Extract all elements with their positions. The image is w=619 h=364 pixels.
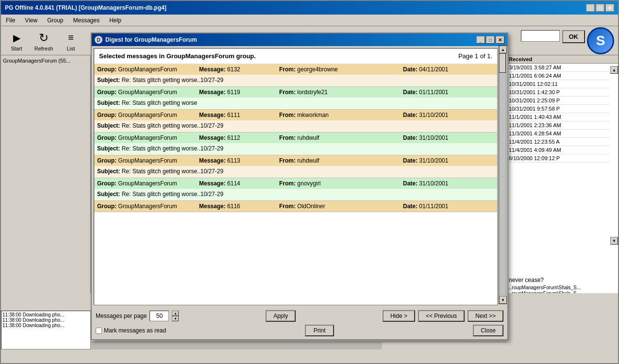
received-item-11[interactable]: 8/10/2000 12:09:12 P xyxy=(507,154,609,163)
message-entry-1: Group: GroupManagersForumMessage: 6119Fr… xyxy=(94,87,497,110)
message-group-5: Group: GroupManagersForum xyxy=(97,180,199,187)
message-header-6[interactable]: Group: GroupManagersForumMessage: 6116Fr… xyxy=(94,201,497,212)
spinner-down[interactable]: ▼ xyxy=(172,316,179,321)
mark-read-checkbox[interactable] xyxy=(96,328,102,334)
message-group-2: Group: GroupManagersForum xyxy=(97,112,199,118)
message-subject-4[interactable]: Subject: Re: Stats glitch getting worse.… xyxy=(94,166,497,178)
close-button[interactable]: ✕ xyxy=(605,4,614,12)
menu-file[interactable]: File xyxy=(3,16,18,25)
scroll-up-arrow[interactable]: ▲ xyxy=(610,66,618,74)
log-line-1: 11:38:00 Downloading pho... xyxy=(2,317,89,323)
message-subject-5[interactable]: Subject: Re: Stats glitch getting worse.… xyxy=(94,189,497,200)
dialog-scrollbar[interactable]: ▲ ▼ xyxy=(499,45,506,304)
dialog-close-button[interactable]: ✕ xyxy=(496,36,504,44)
menu-bar: File View Group Messages Help xyxy=(1,15,618,26)
close-button[interactable]: Close xyxy=(473,325,503,336)
dialog-header-title: Selected messages in GroupManagersForum … xyxy=(99,52,256,60)
search-input[interactable] xyxy=(521,30,560,42)
message-entry-4: Group: GroupManagersForumMessage: 6113Fr… xyxy=(94,155,497,178)
message-header-5[interactable]: Group: GroupManagersForumMessage: 6114Fr… xyxy=(94,178,497,189)
message-num-1: Message: 6119 xyxy=(199,89,279,96)
scroll-down-arrow[interactable]: ▼ xyxy=(610,237,618,245)
logo-circle: S xyxy=(587,27,614,54)
received-item-3[interactable]: 10/31/2001 1:42:30 P xyxy=(507,88,609,97)
message-num-3: Message: 6112 xyxy=(199,134,279,141)
received-item-2[interactable]: 10/31/2001 12:02:11 xyxy=(507,80,609,88)
message-num-6: Message: 6116 xyxy=(199,203,279,210)
menu-help[interactable]: Help xyxy=(106,16,124,25)
message-entry-2: Group: GroupManagersForumMessage: 6111Fr… xyxy=(94,110,497,132)
dialog-footer-row1: Messages per page ▲ ▼ Apply Hide > << Pr… xyxy=(92,307,507,325)
preview-text: never cease? xyxy=(509,277,544,283)
hide-button[interactable]: Hide > xyxy=(383,310,415,322)
message-group-4: Group: GroupManagersForum xyxy=(97,157,199,164)
dialog-maximize-button[interactable]: □ xyxy=(486,36,495,44)
app-logo: S xyxy=(587,27,616,56)
dialog-scroll-down[interactable]: ▼ xyxy=(499,296,507,304)
message-header-3[interactable]: Group: GroupManagersForumMessage: 6112Fr… xyxy=(94,132,497,143)
message-header-2[interactable]: Group: GroupManagersForumMessage: 6111Fr… xyxy=(94,110,497,120)
log-line-0: 11:38:00 Downloading pho... xyxy=(2,312,89,317)
start-icon: ▶ xyxy=(9,30,24,46)
apply-button[interactable]: Apply xyxy=(266,310,296,322)
menu-group[interactable]: Group xyxy=(44,16,66,25)
dialog-minimize-button[interactable]: _ xyxy=(476,36,485,44)
message-entry-3: Group: GroupManagersForumMessage: 6112Fr… xyxy=(94,132,497,155)
message-date-3: Date: 31/10/2001 xyxy=(403,134,498,141)
received-item-6[interactable]: 11/1/2001 1:40:43 AM xyxy=(507,113,609,121)
received-item-7[interactable]: 11/1/2001 2:23:36 AM xyxy=(507,121,609,130)
messages-per-page-input[interactable] xyxy=(150,311,169,321)
log-line-2: 11:38:00 Downloading pho... xyxy=(2,323,89,328)
path-text: ...roupManagersForum\Shals_S... xyxy=(508,285,618,290)
message-num-5: Message: 6114 xyxy=(199,180,279,187)
received-list: 3/19/2001 3:58:27 AM11/1/2001 6:06:24 AM… xyxy=(507,64,618,163)
next-button[interactable]: Next >> xyxy=(468,310,503,322)
dialog-header-row: Selected messages in GroupManagersForum … xyxy=(94,49,497,64)
page-spinner: ▲ ▼ xyxy=(172,311,179,321)
message-date-0: Date: 04/11/2001 xyxy=(403,66,498,73)
spinner-up[interactable]: ▲ xyxy=(172,311,179,316)
digest-dialog: D Digest for GroupManagersForum _ □ ✕ Se… xyxy=(91,33,508,340)
message-date-2: Date: 31/10/2001 xyxy=(403,112,498,118)
mark-read-label: Mark messages as read xyxy=(96,327,166,334)
received-item-0[interactable]: 3/19/2001 3:58:27 AM xyxy=(507,64,609,72)
dialog-scroll-up[interactable]: ▲ xyxy=(499,46,507,53)
dialog-scroll-thumb[interactable] xyxy=(499,53,506,73)
app-window: PG Offline 4.0.841 (TRIAL) [GroupManager… xyxy=(0,0,619,364)
message-subject-1[interactable]: Subject: Re: Stats glitch getting worse xyxy=(94,98,497,109)
message-from-5: From: gnovygirl xyxy=(279,180,403,187)
maximize-button[interactable]: □ xyxy=(596,4,604,12)
message-group-1: Group: GroupManagersForum xyxy=(97,89,199,96)
message-header-0[interactable]: Group: GroupManagersForumMessage: 6132Fr… xyxy=(94,64,497,75)
left-nav-label[interactable]: GroupManagersForum (55... xyxy=(3,58,70,64)
message-group-6: Group: GroupManagersForum xyxy=(97,203,199,210)
received-item-4[interactable]: 10/31/2001 2:25:09 P xyxy=(507,97,609,105)
message-date-4: Date: 31/10/2001 xyxy=(403,157,498,164)
message-subject-2[interactable]: Subject: Re: Stats glitch getting worse.… xyxy=(94,120,497,132)
menu-messages[interactable]: Messages xyxy=(70,16,103,25)
refresh-icon: ↻ xyxy=(36,30,51,46)
message-subject-0[interactable]: Subject: Re: Stats glitch getting worse.… xyxy=(94,75,497,86)
received-item-8[interactable]: 11/3/2001 4:28:54 AM xyxy=(507,130,609,138)
message-header-1[interactable]: Group: GroupManagersForumMessage: 6119Fr… xyxy=(94,87,497,98)
dialog-title: Digest for GroupManagersForum xyxy=(105,36,197,43)
received-item-9[interactable]: 11/4/2001 12:23:55 A xyxy=(507,138,609,146)
message-num-2: Message: 6111 xyxy=(199,112,279,118)
start-button[interactable]: ▶ Start xyxy=(5,30,28,51)
message-num-0: Message: 6132 xyxy=(199,66,279,73)
message-subject-3[interactable]: Subject: Re: Stats glitch getting worse.… xyxy=(94,143,497,155)
message-header-4[interactable]: Group: GroupManagersForumMessage: 6113Fr… xyxy=(94,155,497,166)
ok-button[interactable]: OK xyxy=(562,30,586,43)
message-from-3: From: ruhdwulf xyxy=(279,134,403,141)
menu-view[interactable]: View xyxy=(22,16,40,25)
refresh-label: Refresh xyxy=(34,46,53,51)
refresh-button[interactable]: ↻ Refresh xyxy=(32,30,55,51)
received-item-1[interactable]: 11/1/2001 6:06:24 AM xyxy=(507,72,609,80)
previous-button[interactable]: << Previous xyxy=(418,310,465,322)
received-item-10[interactable]: 11/4/2001 4:09:49 AM xyxy=(507,146,609,154)
minimize-button[interactable]: _ xyxy=(586,4,595,12)
print-button[interactable]: Print xyxy=(305,325,334,336)
list-button[interactable]: ≡ List xyxy=(59,30,83,51)
received-item-5[interactable]: 10/31/2001 9:57:58 P xyxy=(507,105,609,113)
dialog-overlay: D Digest for GroupManagersForum _ □ ✕ Se… xyxy=(91,33,508,343)
